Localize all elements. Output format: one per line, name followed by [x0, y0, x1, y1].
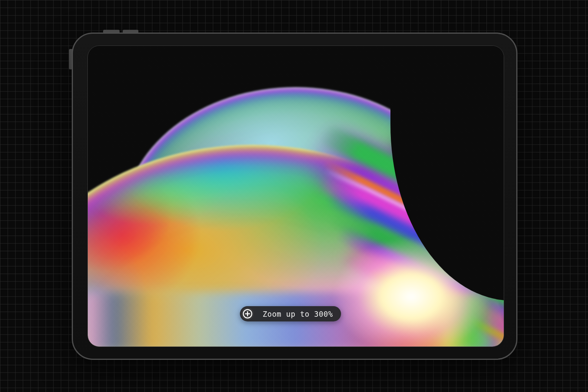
page-background-grid: Zoom up to 300% [0, 0, 588, 392]
holographic-artwork [88, 46, 504, 347]
tablet-screen: Zoom up to 300% [87, 45, 504, 347]
circle-plus-zoom-icon [241, 307, 254, 320]
zoom-badge[interactable]: Zoom up to 300% [240, 306, 341, 321]
zoom-badge-label: Zoom up to 300% [263, 310, 333, 318]
artwork-grain-overlay [88, 46, 504, 347]
tablet-frame: Zoom up to 300% [72, 33, 517, 360]
